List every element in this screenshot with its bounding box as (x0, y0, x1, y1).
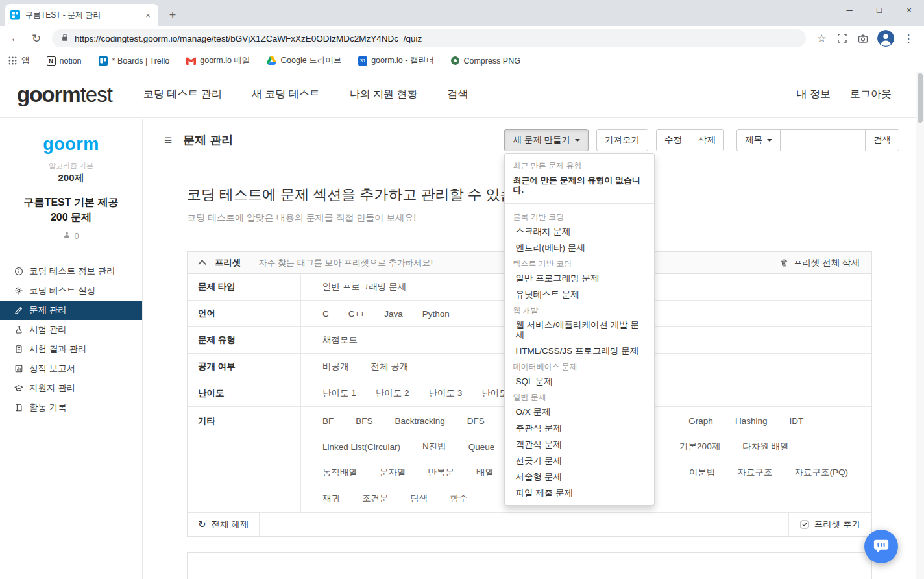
hamburger-menu-icon[interactable]: ≡ (164, 132, 172, 148)
profile-avatar[interactable] (877, 30, 894, 47)
back-button[interactable]: ← (6, 29, 25, 47)
bookmark-goorm-calendar[interactable]: 31 goorm.io - 캘린더 (358, 55, 434, 66)
etc-tag[interactable]: DFS (467, 416, 485, 426)
new-tab-button[interactable]: + (164, 6, 182, 24)
sidebar-item-applicant-manage[interactable]: 지원자 관리 (0, 378, 142, 398)
nav-new-test[interactable]: 새 코딩 테스트 (252, 88, 320, 101)
etc-tag[interactable]: Linked List(Circular) (322, 442, 400, 452)
clear-all-button[interactable]: ↻ 전체 해제 (188, 513, 260, 536)
dropdown-entry[interactable]: 스크래치 문제 (505, 223, 654, 240)
etc-tag[interactable]: Backtracking (395, 416, 445, 426)
dropdown-entry[interactable]: 파일 제출 문제 (505, 485, 654, 501)
etc-tag[interactable]: 함수 (450, 493, 468, 504)
bookmark-trello[interactable]: * Boards | Trello (99, 56, 170, 66)
minimize-button[interactable]: ─ (834, 0, 864, 19)
dropdown-entry[interactable]: SQL 문제 (505, 373, 654, 389)
page-scrollbar[interactable] (916, 72, 924, 579)
bookmark-google-drive[interactable]: Google 드라이브 (267, 55, 341, 66)
bookmark-apps[interactable]: 앱 (8, 55, 30, 66)
etc-tag[interactable]: 동적배열 (322, 467, 358, 478)
chat-launcher-button[interactable] (864, 530, 898, 563)
language-option[interactable]: Java (384, 309, 403, 319)
visibility-option[interactable]: 전체 공개 (371, 361, 409, 373)
dropdown-entry[interactable]: 일반 프로그래밍 문제 (505, 270, 654, 286)
import-button[interactable]: 가져오기 (596, 129, 648, 151)
edit-button[interactable]: 수정 (656, 129, 690, 151)
problem-type-option[interactable]: 일반 프로그래밍 문제 (322, 281, 406, 293)
chevron-up-icon[interactable] (198, 260, 206, 268)
search-button[interactable]: 검색 (865, 129, 899, 151)
address-bar[interactable]: https://codingtest.goorm.io/manage/test/… (52, 29, 806, 47)
etc-tag[interactable]: 문자열 (380, 467, 406, 478)
refresh-button[interactable]: ↻ (27, 29, 45, 47)
dropdown-entry[interactable]: 선긋기 문제 (505, 452, 654, 469)
nav-my-applications[interactable]: 나의 지원 현황 (350, 88, 418, 101)
etc-tag[interactable]: 이분법 (689, 467, 716, 478)
nav-search[interactable]: 검색 (448, 88, 468, 101)
problem-count-badge: 200제 (0, 172, 142, 184)
etc-tag[interactable]: Hashing (735, 416, 768, 426)
etc-tag[interactable]: 탐색 (411, 493, 428, 504)
etc-tag[interactable]: N진법 (422, 441, 446, 452)
logout-link[interactable]: 로그아웃 (850, 88, 892, 101)
etc-tag[interactable]: 자료구조(PQ) (795, 467, 849, 478)
etc-tag[interactable]: 반복문 (428, 467, 455, 478)
dropdown-entry[interactable]: 유닛테스트 문제 (505, 286, 654, 302)
search-input[interactable] (780, 129, 866, 151)
nav-test-manage[interactable]: 코딩 테스트 관리 (143, 88, 222, 101)
delete-all-presets-button[interactable]: 프리셋 전체 삭제 (768, 252, 871, 273)
dropdown-entry[interactable]: 객관식 문제 (505, 436, 654, 452)
language-option[interactable]: C++ (348, 309, 365, 319)
difficulty-option[interactable]: 난이도 3 (429, 388, 463, 399)
bookmark-goorm-mail[interactable]: goorm.io 메일 (186, 55, 250, 66)
sidebar-item-problem-manage[interactable]: 문제 관리 (0, 301, 142, 320)
delete-button[interactable]: 삭제 (690, 129, 724, 151)
bookmark-compress-png[interactable]: Compress PNG (451, 56, 520, 66)
sidebar-item-activity-log[interactable]: 활동 기록 (0, 398, 142, 417)
language-option[interactable]: C (322, 309, 329, 319)
etc-tag[interactable]: BFS (356, 416, 372, 426)
sidebar-item-exam-manage[interactable]: 시험 관리 (0, 320, 142, 339)
dropdown-entry[interactable]: 엔트리(베타) 문제 (505, 240, 654, 256)
etc-tag[interactable]: 기본200제 (679, 441, 720, 452)
dropdown-entry[interactable]: HTML/CSS/JS 프로그래밍 문제 (505, 343, 654, 359)
browser-tab[interactable]: 구름TEST - 문제 관리 × (5, 4, 158, 26)
scrollbar-thumb[interactable] (918, 73, 923, 123)
kebab-menu-icon[interactable]: ⋮ (899, 29, 918, 47)
bookmark-star-icon[interactable]: ☆ (812, 29, 831, 47)
visibility-option[interactable]: 비공개 (322, 361, 349, 373)
etc-tag[interactable]: IDT (789, 416, 803, 426)
add-preset-button[interactable]: 프리셋 추가 (788, 513, 871, 536)
etc-tag[interactable]: 배열 (476, 467, 494, 478)
bookmark-notion[interactable]: N notion (47, 56, 82, 66)
etc-tag[interactable]: 다차원 배열 (742, 441, 788, 452)
etc-tag[interactable]: 조건문 (362, 493, 389, 504)
etc-tag[interactable]: Graph (688, 416, 713, 426)
quiz-type-option[interactable]: 채점모드 (322, 334, 358, 346)
maximize-button[interactable]: □ (864, 0, 894, 19)
camera-extension-icon[interactable] (854, 29, 872, 47)
filter-dropdown-button[interactable]: 제목 (736, 129, 781, 151)
etc-tag[interactable]: 자료구조 (738, 467, 773, 478)
dropdown-entry: 웹 개발 (505, 302, 654, 317)
site-logo[interactable]: goormtest (17, 82, 112, 107)
difficulty-option[interactable]: 난이도 2 (376, 388, 409, 399)
dropdown-entry[interactable]: 웹 서비스/애플리케이션 개발 문제 (505, 317, 654, 343)
dropdown-entry[interactable]: O/X 문제 (505, 404, 654, 420)
tab-close-icon[interactable]: × (143, 10, 153, 20)
etc-tag[interactable]: Queue (468, 442, 495, 452)
difficulty-option[interactable]: 난이도 1 (322, 388, 356, 399)
crop-extension-icon[interactable] (833, 29, 851, 47)
sidebar-item-grade-report[interactable]: 성적 보고서 (0, 359, 142, 378)
sidebar-item-test-settings[interactable]: 코딩 테스트 설정 (0, 281, 142, 301)
language-option[interactable]: Python (422, 309, 450, 319)
sidebar-item-test-info[interactable]: 코딩 테스트 정보 관리 (0, 262, 142, 281)
etc-tag[interactable]: BF (322, 416, 334, 426)
my-info-link[interactable]: 내 정보 (797, 88, 831, 101)
new-problem-button[interactable]: 새 문제 만들기 (504, 129, 589, 151)
etc-tag[interactable]: 재귀 (322, 493, 340, 504)
dropdown-entry[interactable]: 서술형 문제 (505, 469, 654, 485)
window-close-button[interactable]: × (894, 0, 924, 19)
sidebar-item-exam-results[interactable]: 시험 결과 관리 (0, 339, 142, 359)
dropdown-entry[interactable]: 주관식 문제 (505, 420, 654, 436)
